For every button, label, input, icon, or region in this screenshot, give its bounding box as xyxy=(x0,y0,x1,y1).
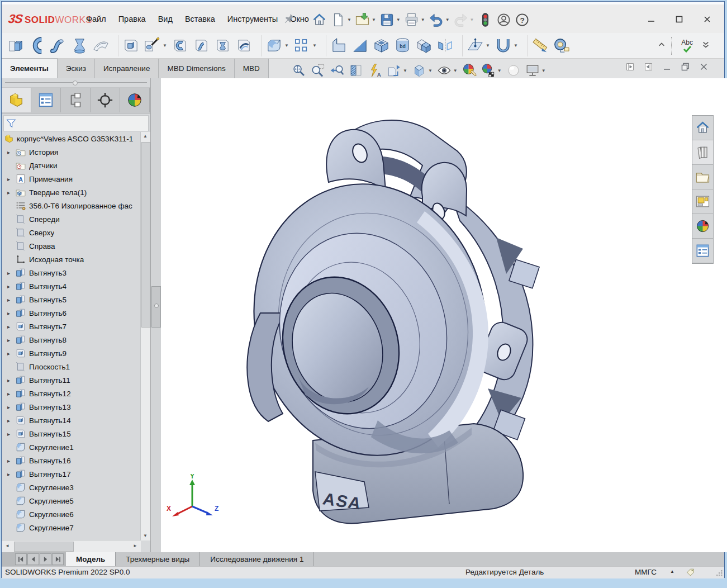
expand-arrow-icon[interactable] xyxy=(7,391,16,397)
taskpane-view-palette[interactable] xyxy=(692,189,713,214)
status-caret-icon[interactable]: ▲ xyxy=(670,569,674,574)
headsup-display-style[interactable]: ▼ xyxy=(410,61,434,79)
expand-arrow-icon[interactable] xyxy=(7,377,16,383)
tree-item[interactable]: Скругление5 xyxy=(2,494,141,508)
tree-filter-input[interactable] xyxy=(3,115,149,131)
qat-help[interactable]: ▼ xyxy=(514,8,531,31)
dropdown-arrow-icon[interactable]: ▼ xyxy=(541,68,546,73)
expand-arrow-icon[interactable] xyxy=(7,404,16,410)
expand-arrow-icon[interactable] xyxy=(7,297,16,303)
doc-restore-button[interactable] xyxy=(681,62,690,74)
dropdown-arrow-icon[interactable]: ▼ xyxy=(421,17,425,22)
tree-item[interactable]: Вытянуть5 xyxy=(2,293,141,306)
fm-tab-configurationmanager[interactable] xyxy=(61,88,91,112)
menu-item[interactable]: Правка xyxy=(112,12,152,26)
dropdown-arrow-icon[interactable]: ▼ xyxy=(312,43,317,48)
headsup-view-orientation[interactable]: ▼ xyxy=(385,61,409,79)
ribbon-button[interactable]: ▼ xyxy=(113,35,118,56)
ribbon-fillet[interactable]: ▼ xyxy=(263,35,291,57)
tree-item[interactable]: Вытянуть17 xyxy=(2,467,141,481)
tree-item[interactable]: Скругление6 xyxy=(2,508,141,521)
qat-redo[interactable]: ▼ xyxy=(452,8,476,31)
tab-repair[interactable]: Исправление xyxy=(95,59,159,78)
expand-arrow-icon[interactable] xyxy=(7,471,16,477)
qat-new-document[interactable]: ▼ xyxy=(329,8,353,31)
expand-arrow-icon[interactable] xyxy=(7,350,16,357)
ribbon-revolved-cut[interactable]: ▼ xyxy=(169,35,191,57)
ribbon-button[interactable]: ▼ xyxy=(321,35,326,56)
ribbon-lofted-cut[interactable]: ▼ xyxy=(212,35,233,57)
ribbon-revolved-boss[interactable]: ▼ xyxy=(26,35,47,57)
ribbon-swept-cut[interactable]: ▼ xyxy=(191,35,212,57)
tree-item[interactable]: Примечания xyxy=(2,172,141,186)
tree-item[interactable]: Вытянуть8 xyxy=(2,333,141,347)
menu-item[interactable]: Вставка xyxy=(179,12,221,26)
tree-item[interactable]: Вытянуть9 xyxy=(2,347,141,360)
tree-item[interactable]: Скругление7 xyxy=(2,521,141,534)
dropdown-arrow-icon[interactable]: ▼ xyxy=(163,43,167,48)
headsup-hide-show-items[interactable]: ▼ xyxy=(435,61,459,79)
tree-horizontal-scrollbar[interactable]: ◄ ► xyxy=(2,540,141,552)
ribbon-shell[interactable]: ▼ xyxy=(370,35,392,57)
scrollbar-thumb[interactable] xyxy=(141,142,150,328)
qat-account[interactable]: ▼ xyxy=(495,8,512,31)
headsup-zoom-to-fit[interactable]: ▼ xyxy=(290,61,308,79)
taskpane-home[interactable] xyxy=(692,116,713,140)
expand-arrow-icon[interactable] xyxy=(7,431,16,437)
scroll-right-icon[interactable]: ► xyxy=(131,540,140,552)
close-button[interactable] xyxy=(693,8,721,30)
expand-arrow-icon[interactable] xyxy=(7,337,16,343)
panel-splitter-handle[interactable] xyxy=(2,78,150,88)
headsup-zoom-to-area[interactable]: ▼ xyxy=(309,61,327,79)
dropdown-arrow-icon[interactable]: ▼ xyxy=(453,68,458,73)
tree-item[interactable]: Вытянуть13 xyxy=(2,400,141,414)
expand-arrow-icon[interactable] xyxy=(7,310,16,316)
doc-minimize-button[interactable] xyxy=(662,62,672,74)
dropdown-arrow-icon[interactable]: ▼ xyxy=(514,43,518,48)
tree-item[interactable]: Скругление3 xyxy=(2,481,141,494)
dropdown-arrow-icon[interactable]: ▼ xyxy=(497,68,502,73)
resize-grip[interactable] xyxy=(715,569,723,578)
dropdown-arrow-icon[interactable]: ▼ xyxy=(372,17,376,22)
headsup-apply-scene[interactable]: ▼ xyxy=(479,61,503,79)
tab-mbd-dimensions[interactable]: MBD Dimensions xyxy=(159,59,234,78)
tree-item[interactable]: Вытянуть15 xyxy=(2,427,141,440)
ribbon-extruded-boss[interactable]: ▼ xyxy=(5,35,26,57)
expand-arrow-icon[interactable] xyxy=(7,149,16,155)
headsup-view-settings[interactable]: ▼ xyxy=(505,61,522,79)
taskpane-custom-properties[interactable] xyxy=(692,239,713,263)
ribbon-lofted-boss[interactable]: ▼ xyxy=(69,35,90,57)
expand-arrow-icon[interactable] xyxy=(7,324,16,330)
headsup-annotation-view[interactable]: ▼ xyxy=(366,61,384,79)
pane-left-icon[interactable] xyxy=(625,62,635,74)
ribbon-swept-boss[interactable]: ▼ xyxy=(47,35,69,57)
previous-tab-icon[interactable] xyxy=(27,553,39,565)
ribbon-hole-wizard[interactable]: ▼ xyxy=(141,35,169,57)
tree-item[interactable]: Вытянуть3 xyxy=(2,266,141,279)
taskpane-design-library[interactable] xyxy=(692,140,713,165)
first-tab-icon[interactable] xyxy=(15,553,27,565)
ribbon-rib[interactable]: ▼ xyxy=(328,35,349,57)
ribbon-button[interactable]: ▼ xyxy=(522,35,528,56)
headsup-previous-view[interactable]: ▼ xyxy=(328,61,346,79)
tree-item[interactable]: Твердые тела(1) xyxy=(2,186,141,199)
expand-arrow-icon[interactable] xyxy=(7,176,16,182)
tree-item[interactable]: Вытянуть4 xyxy=(2,279,141,293)
fm-tab-featuremanager-tree[interactable] xyxy=(2,88,31,112)
splitter-grab-handle[interactable] xyxy=(151,286,161,328)
tree-item[interactable]: Вытянуть16 xyxy=(2,454,141,467)
dropdown-arrow-icon[interactable]: ▼ xyxy=(470,17,474,22)
ribbon-linear-pattern[interactable]: ▼ xyxy=(291,35,319,57)
tree-item[interactable]: Вытянуть12 xyxy=(2,387,141,400)
qat-undo[interactable]: ▼ xyxy=(427,8,451,31)
qat-save[interactable]: ▼ xyxy=(378,8,402,31)
fm-tab-dimxpertmanager[interactable] xyxy=(91,88,120,112)
qat-open[interactable]: ▼ xyxy=(354,8,377,31)
minimize-button[interactable] xyxy=(637,8,665,30)
tab-3d-views[interactable]: Трехмерные виды xyxy=(116,552,200,566)
maximize-button[interactable] xyxy=(665,8,693,30)
qat-home[interactable]: ▼ xyxy=(311,8,328,31)
dropdown-arrow-icon[interactable]: ▼ xyxy=(347,17,351,22)
tree-item[interactable]: Исходная точка xyxy=(2,253,141,266)
ribbon-extruded-cut[interactable]: ▼ xyxy=(120,35,141,57)
